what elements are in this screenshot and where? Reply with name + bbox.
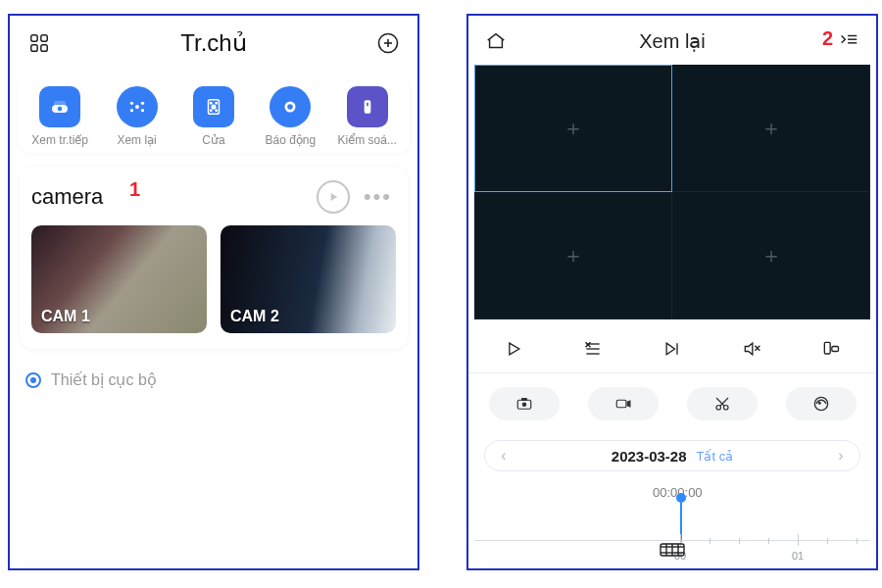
svg-point-20 [216, 110, 217, 111]
video-slot-2[interactable]: ＋ [672, 65, 870, 192]
svg-point-12 [129, 109, 132, 112]
svg-marker-46 [626, 400, 630, 408]
video-slot-4[interactable]: ＋ [672, 192, 870, 319]
svg-rect-41 [831, 347, 838, 352]
rotate-icon[interactable] [811, 335, 851, 363]
svg-marker-25 [331, 193, 337, 201]
door-icon [193, 86, 234, 127]
play-all-button[interactable] [317, 180, 350, 214]
home-screen: Tr.chủ Xem tr.tiếp Xem lại Cửa [8, 14, 419, 570]
camera-thumb-label: CAM 1 [41, 308, 90, 325]
svg-point-52 [818, 402, 820, 404]
apps-grid-icon[interactable] [25, 29, 53, 57]
svg-point-19 [210, 110, 211, 111]
fisheye-button[interactable] [786, 387, 857, 420]
local-device-row[interactable]: Thiết bị cục bộ [25, 370, 402, 389]
nav-shortcuts: Xem tr.tiếp Xem lại Cửa Báo động Kiểm so… [18, 74, 410, 153]
svg-line-50 [716, 398, 724, 406]
svg-rect-23 [364, 100, 370, 113]
date-display[interactable]: 2023-03-28 Tất cả [612, 448, 733, 465]
svg-rect-44 [521, 398, 527, 401]
control-icon [347, 86, 388, 127]
nav-control[interactable]: Kiểm soá... [333, 86, 402, 147]
svg-point-10 [129, 102, 132, 105]
playback-footer [468, 537, 876, 563]
svg-marker-35 [666, 343, 674, 355]
close-list-icon[interactable] [573, 335, 612, 363]
nav-label: Cửa [202, 133, 224, 147]
svg-point-13 [140, 109, 143, 112]
svg-rect-45 [616, 400, 626, 408]
svg-marker-37 [745, 343, 753, 355]
more-icon[interactable]: ••• [360, 184, 396, 210]
clip-list-icon[interactable] [653, 537, 692, 563]
svg-rect-0 [31, 35, 37, 41]
record-button[interactable] [588, 387, 659, 420]
camera-thumb-1[interactable]: CAM 1 [31, 225, 207, 333]
video-grid: ＋ ＋ ＋ ＋ [474, 65, 870, 319]
playback-controls [468, 325, 876, 373]
video-slot-1[interactable]: ＋ [474, 65, 672, 192]
date-selector: ‹ 2023-03-28 Tất cả › [484, 440, 860, 471]
nav-live[interactable]: Xem tr.tiếp [25, 86, 94, 147]
nav-label: Báo động [266, 133, 317, 147]
nav-label: Kiểm soá... [338, 133, 397, 147]
svg-point-22 [288, 104, 294, 110]
playback-screen: Xem lại 2 ＋ ＋ ＋ ＋ ‹ 2023-03-28 Tất cả › … [466, 14, 878, 570]
svg-line-49 [719, 398, 727, 406]
nav-alarm[interactable]: Báo động [256, 86, 324, 147]
svg-point-8 [58, 107, 62, 111]
nav-playback[interactable]: Xem lại [103, 86, 172, 147]
svg-rect-2 [31, 45, 37, 51]
svg-point-43 [521, 403, 526, 408]
home-title: Tr.chủ [180, 29, 246, 57]
nav-door[interactable]: Cửa [179, 86, 248, 147]
camera-icon [39, 86, 80, 127]
svg-rect-9 [54, 101, 66, 106]
svg-rect-40 [824, 342, 830, 354]
svg-rect-3 [41, 45, 47, 51]
camera-thumb-label: CAM 2 [230, 308, 279, 325]
svg-rect-24 [367, 103, 368, 106]
next-day-button[interactable]: › [830, 447, 852, 465]
date-filter: Tất cả [697, 449, 734, 464]
camera-card-title: camera [31, 184, 307, 210]
home-icon[interactable] [482, 27, 510, 55]
playback-header: Xem lại [468, 16, 876, 63]
radio-on-icon [25, 372, 41, 388]
local-device-label: Thiết bị cục bộ [51, 370, 157, 389]
playback-icon [117, 86, 158, 127]
list-filter-icon[interactable] [835, 27, 862, 55]
svg-point-17 [210, 103, 211, 104]
svg-point-14 [135, 105, 139, 109]
video-slot-3[interactable]: ＋ [474, 192, 672, 319]
nav-label: Xem lại [117, 133, 156, 147]
svg-point-11 [140, 102, 143, 105]
add-icon[interactable] [374, 29, 402, 57]
nav-label: Xem tr.tiếp [31, 133, 88, 147]
alarm-icon [270, 86, 311, 127]
svg-marker-29 [510, 343, 519, 355]
mute-icon[interactable] [732, 335, 771, 363]
prev-day-button[interactable]: ‹ [493, 447, 514, 465]
svg-point-18 [216, 103, 217, 104]
home-header: Tr.chủ [10, 16, 417, 67]
camera-thumb-2[interactable]: CAM 2 [220, 225, 396, 333]
clip-button[interactable] [687, 387, 758, 420]
svg-point-16 [212, 105, 216, 109]
svg-rect-1 [41, 35, 47, 41]
snapshot-button[interactable] [489, 387, 560, 420]
camera-card-header: camera ••• [31, 180, 396, 214]
date-value: 2023-03-28 [612, 448, 687, 465]
camera-thumbnails: CAM 1 CAM 2 [31, 225, 396, 333]
playback-tools [468, 373, 876, 436]
playback-title: Xem lại [639, 29, 706, 53]
camera-card: camera ••• CAM 1 CAM 2 [20, 167, 408, 349]
play-icon[interactable] [494, 335, 533, 363]
step-forward-icon[interactable] [653, 335, 692, 363]
